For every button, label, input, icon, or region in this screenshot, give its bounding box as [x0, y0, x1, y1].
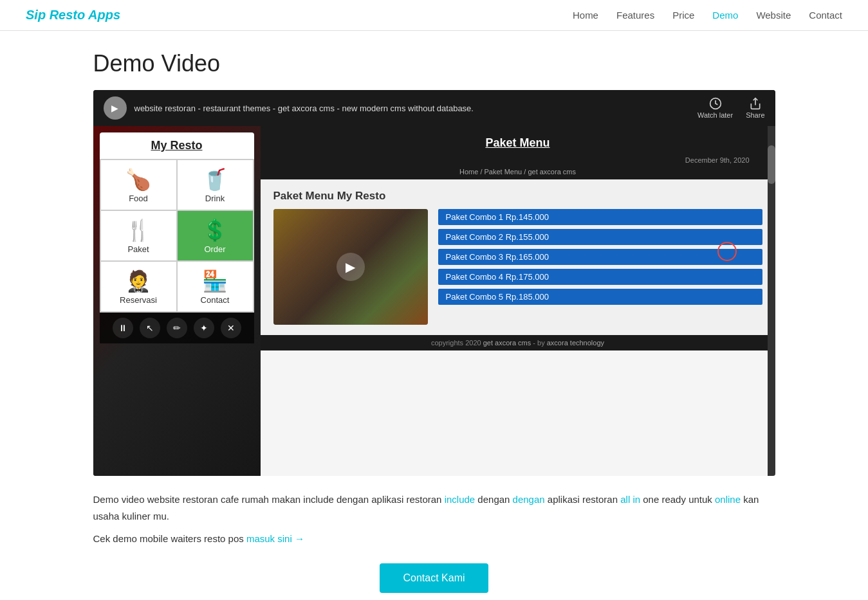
- contact-btn-wrapper: Contact Kami: [93, 563, 775, 593]
- site-video-thumb[interactable]: ▶: [273, 209, 428, 325]
- close-btn[interactable]: ✕: [221, 318, 241, 338]
- contact-label: Contact: [201, 295, 230, 305]
- mockup-app-title: My Resto: [100, 132, 254, 159]
- page-title: Demo Video: [93, 50, 775, 77]
- demo-link-prefix: Cek demo mobile waiters resto pos: [93, 533, 246, 544]
- paket-item-1[interactable]: Paket Combo 1 Rp.145.000: [438, 209, 762, 225]
- paket-item-5[interactable]: Paket Combo 5 Rp.185.000: [438, 289, 762, 305]
- order-icon: 💲: [202, 220, 228, 241]
- nav-contact[interactable]: Contact: [809, 10, 842, 21]
- yt-actions: Watch later Share: [697, 97, 765, 119]
- contact-icon: 🏪: [202, 271, 228, 291]
- app-mockup-panel: My Resto 🍗 Food 🥤 Drink: [93, 126, 261, 476]
- highlight-include: include: [445, 494, 476, 505]
- footer-link-axcora-tech[interactable]: axcora technology: [547, 339, 604, 347]
- breadcrumb-paket: Paket Menu: [485, 168, 522, 176]
- footer-copyright: copyrights 2020: [431, 339, 481, 347]
- paket-label: Paket: [127, 244, 149, 254]
- watch-later-btn[interactable]: Watch later: [697, 97, 733, 119]
- footer-link-axcora-cms[interactable]: get axcora cms: [483, 339, 531, 347]
- paket-list: Paket Combo 1 Rp.145.000 Paket Combo 2 R…: [438, 209, 762, 305]
- nav-links: Home Features Price Demo Website Contact: [573, 10, 842, 21]
- food-label: Food: [129, 194, 148, 203]
- site-footer: copyrights 2020 get axcora cms - by axco…: [261, 335, 775, 350]
- site-section-title: Paket Menu My Resto: [273, 190, 762, 203]
- mockup-cell-drink[interactable]: 🥤 Drink: [178, 160, 253, 210]
- pencil-btn[interactable]: ✏: [167, 318, 187, 338]
- highlight-online: online: [715, 494, 741, 505]
- site-body-content: ▶ Paket Combo 1 Rp.145.000 Paket Combo 2…: [273, 209, 762, 325]
- nav-price[interactable]: Price: [672, 10, 694, 21]
- description-area: Demo video website restoran cafe rumah m…: [93, 491, 775, 593]
- paket-item-4[interactable]: Paket Combo 4 Rp.175.000: [438, 269, 762, 285]
- drink-icon: 🥤: [202, 169, 228, 190]
- site-page-title: Paket Menu: [277, 136, 759, 150]
- play-button[interactable]: ▶: [337, 253, 365, 281]
- pause-btn[interactable]: ⏸: [113, 318, 133, 338]
- nav-features[interactable]: Features: [616, 10, 654, 21]
- site-header: Paket Menu December 9th, 2020 Home / Pak…: [261, 126, 775, 179]
- site-body: Paket Menu My Resto ▶ Paket Combo 1 Rp.1…: [261, 179, 775, 335]
- reservasi-icon: 🤵: [125, 271, 151, 291]
- mockup-cell-reservasi[interactable]: 🤵 Reservasi: [101, 262, 176, 311]
- paket-item-2[interactable]: Paket Combo 2 Rp.155.000: [438, 229, 762, 245]
- description-text: Demo video website restoran cafe rumah m…: [93, 491, 775, 524]
- share-btn[interactable]: Share: [746, 97, 764, 119]
- website-preview-panel: Paket Menu December 9th, 2020 Home / Pak…: [261, 126, 775, 476]
- cursor-btn[interactable]: ↖: [140, 318, 160, 338]
- highlight-all: all in: [620, 494, 640, 505]
- paket-item-3[interactable]: Paket Combo 3 Rp.165.000: [438, 249, 762, 265]
- contact-kami-button[interactable]: Contact Kami: [380, 563, 488, 593]
- yt-video-title: website restoran - restaurant themes - g…: [134, 104, 690, 113]
- paket-icon: 🍴: [125, 220, 151, 241]
- nav-home[interactable]: Home: [573, 10, 598, 21]
- yt-top-bar: ▶ website restoran - restaurant themes -…: [93, 90, 775, 126]
- eraser-btn[interactable]: ✦: [194, 318, 214, 338]
- highlight-dengan: dengan: [513, 494, 545, 505]
- order-label: Order: [204, 244, 225, 254]
- reservasi-label: Reservasi: [120, 295, 157, 305]
- mockup-cell-contact[interactable]: 🏪 Contact: [178, 262, 253, 311]
- video-container[interactable]: ▶ website restoran - restaurant themes -…: [93, 90, 775, 476]
- breadcrumb-axcora[interactable]: get axcora cms: [528, 168, 576, 176]
- yt-avatar: ▶: [104, 96, 127, 120]
- mockup-cell-order[interactable]: 💲 Order: [178, 211, 253, 260]
- scrollbar-track[interactable]: [768, 126, 775, 476]
- mockup-menu-grid: 🍗 Food 🥤 Drink 🍴 Paket: [100, 159, 254, 313]
- mockup-inner: My Resto 🍗 Food 🥤 Drink: [100, 132, 254, 343]
- main-content: Demo Video ▶ website restoran - restaura…: [80, 31, 788, 600]
- nav-demo[interactable]: Demo: [712, 10, 738, 21]
- site-title-bar: Paket Menu: [273, 132, 762, 154]
- mockup-cell-paket[interactable]: 🍴 Paket: [101, 211, 176, 260]
- scrollbar-thumb[interactable]: [768, 145, 775, 184]
- food-icon: 🍗: [125, 169, 151, 190]
- site-logo[interactable]: Sip Resto Apps: [26, 8, 120, 23]
- mockup-controls: ⏸ ↖ ✏ ✦ ✕: [100, 313, 254, 343]
- site-date: December 9th, 2020: [273, 154, 762, 167]
- breadcrumb-home[interactable]: Home: [459, 168, 478, 176]
- demo-link[interactable]: masuk sini →: [246, 533, 304, 544]
- demo-link-paragraph: Cek demo mobile waiters resto pos masuk …: [93, 533, 775, 544]
- footer-separator: - by: [533, 339, 546, 347]
- video-content-area: My Resto 🍗 Food 🥤 Drink: [93, 126, 775, 476]
- mockup-cell-food[interactable]: 🍗 Food: [101, 160, 176, 210]
- navbar: Sip Resto Apps Home Features Price Demo …: [0, 0, 868, 31]
- nav-website[interactable]: Website: [756, 10, 791, 21]
- site-breadcrumb: Home / Paket Menu / get axcora cms: [273, 167, 762, 176]
- drink-label: Drink: [205, 194, 225, 203]
